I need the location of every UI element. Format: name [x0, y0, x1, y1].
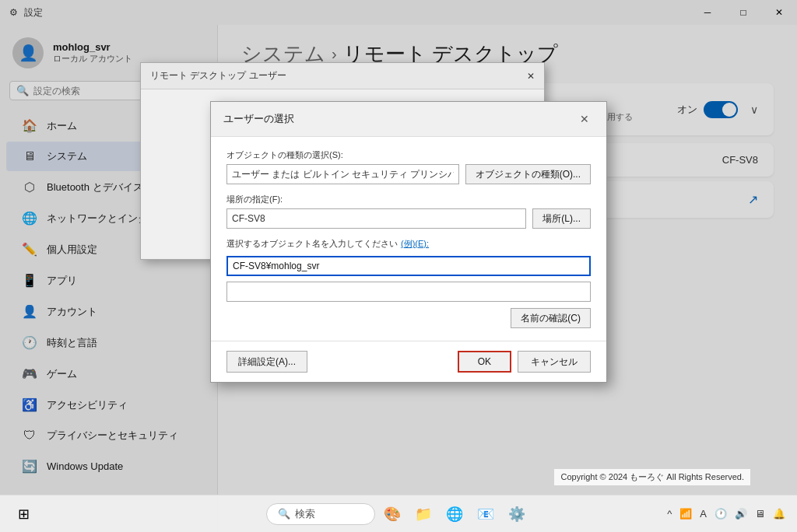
select-user-title-bar: ユーザーの選択 ✕: [211, 102, 606, 137]
tray-ime[interactable]: A: [697, 506, 709, 521]
location-button[interactable]: 場所(L)...: [532, 208, 591, 229]
tray-chevron[interactable]: ^: [665, 506, 674, 521]
ok-button[interactable]: OK: [458, 351, 511, 373]
select-user-dialog: ユーザーの選択 ✕ オブジェクトの種類の選択(S): オブジェクトの種類(O).…: [210, 101, 607, 383]
location-row: 場所の指定(F): 場所(L)...: [226, 194, 591, 229]
object-name-hint[interactable]: (例)(E):: [401, 238, 429, 250]
cancel-button[interactable]: キャンセル: [518, 351, 591, 373]
taskbar-search[interactable]: 🔍 検索: [266, 503, 375, 525]
taskbar-icon-files[interactable]: 📁: [409, 500, 437, 528]
tray-icons: ^ 📶 A 🕐 🔊 🖥 🔔: [665, 506, 788, 521]
object-type-input[interactable]: [226, 164, 459, 184]
taskbar-icon-settings[interactable]: ⚙️: [503, 500, 531, 528]
footer-right: OK キャンセル: [458, 351, 591, 373]
tray-notification[interactable]: 🔔: [771, 506, 788, 521]
name-check-button[interactable]: 名前の確認(C): [511, 308, 591, 328]
taskbar-search-icon: 🔍: [278, 508, 290, 520]
rd-users-title-bar: リモート デスクトップ ユーザー ✕: [141, 63, 544, 89]
name-check-row: 名前の確認(C): [226, 308, 591, 328]
object-type-button[interactable]: オブジェクトの種類(O)...: [465, 164, 591, 184]
object-name-input[interactable]: [226, 256, 591, 276]
location-input[interactable]: [226, 208, 526, 229]
tray-clock[interactable]: 🕐: [712, 506, 729, 521]
object-name-area: 選択するオブジェクト名を入力してください (例)(E): 名前の確認(C): [226, 238, 591, 328]
footer-left: 詳細設定(A)...: [226, 351, 307, 373]
rd-users-dialog-title: リモート デスクトップ ユーザー: [150, 69, 286, 82]
taskbar-center: 🔍 検索 🎨 📁 🌐 📧 ⚙️: [266, 500, 531, 528]
taskbar: ⊞ 🔍 検索 🎨 📁 🌐 📧 ⚙️ ^ 📶 A 🕐 🔊 🖥 🔔: [0, 495, 797, 532]
location-input-row: 場所(L)...: [226, 208, 591, 229]
object-name-input-row: [226, 256, 591, 302]
tray-volume[interactable]: 🔊: [732, 506, 750, 521]
taskbar-right: ^ 📶 A 🕐 🔊 🖥 🔔: [665, 506, 788, 521]
start-button[interactable]: ⊞: [9, 500, 37, 528]
rd-users-close-button[interactable]: ✕: [527, 71, 535, 82]
object-type-label: オブジェクトの種類の選択(S):: [226, 149, 591, 161]
tray-network[interactable]: 📶: [677, 506, 694, 521]
taskbar-search-label: 検索: [295, 507, 315, 521]
taskbar-icon-mail[interactable]: 📧: [472, 500, 500, 528]
object-type-input-row: オブジェクトの種類(O)...: [226, 164, 591, 184]
location-label: 場所の指定(F):: [226, 194, 591, 205]
select-user-dialog-title: ユーザーの選択: [223, 112, 294, 126]
dialog-footer: 詳細設定(A)... OK キャンセル: [211, 341, 606, 382]
object-name-label: 選択するオブジェクト名を入力してください: [226, 238, 398, 250]
taskbar-icon-widgets[interactable]: 🎨: [378, 500, 406, 528]
copyright-watermark: Copyright © 2024 もーろぐ All Rights Reserve…: [554, 469, 750, 485]
dialog-body: オブジェクトの種類の選択(S): オブジェクトの種類(O)... 場所の指定(F…: [211, 137, 606, 341]
taskbar-left: ⊞: [9, 500, 37, 528]
taskbar-icon-browser[interactable]: 🌐: [441, 500, 469, 528]
object-name-input-empty[interactable]: [226, 282, 591, 302]
tray-display[interactable]: 🖥: [753, 506, 767, 521]
detail-button[interactable]: 詳細設定(A)...: [226, 351, 307, 373]
object-type-row: オブジェクトの種類の選択(S): オブジェクトの種類(O)...: [226, 149, 591, 184]
select-user-close-button[interactable]: ✕: [575, 110, 594, 128]
